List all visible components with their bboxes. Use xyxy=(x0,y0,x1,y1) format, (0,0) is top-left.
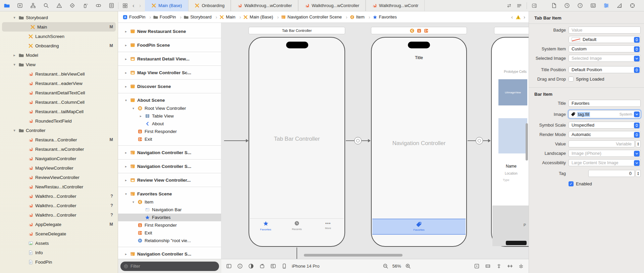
device-name[interactable]: iPhone 14 Pro xyxy=(292,264,319,269)
disclosure-chevron-icon[interactable]: ▾ xyxy=(12,15,17,20)
relationship-segue-badge[interactable] xyxy=(354,137,362,144)
outline-row[interactable]: First Responder xyxy=(118,128,221,135)
warning-icon[interactable] xyxy=(516,14,521,20)
file-row[interactable]: LaunchScreen xyxy=(0,32,118,41)
outline-row[interactable]: ▸ Navigation Controller S... xyxy=(118,249,221,258)
update-frames-icon[interactable] xyxy=(474,263,480,269)
outline-row[interactable]: ▸ FoodPin Scene xyxy=(118,41,221,49)
test-navigator-icon[interactable] xyxy=(69,3,75,8)
file-row[interactable]: AppDelegate M xyxy=(0,220,118,229)
outline-row[interactable]: ▸ Navigation Controller S... xyxy=(118,162,221,171)
outline-row[interactable]: ▾ Root View Controller xyxy=(118,104,221,112)
stepper-control[interactable]: ▲▼ xyxy=(636,140,641,147)
file-row[interactable]: Restaura...Controller M xyxy=(0,135,118,144)
file-row[interactable]: Restaurant...tailMapCell xyxy=(0,107,118,116)
file-row[interactable]: ▾ Controller xyxy=(0,126,118,135)
orientation-icon[interactable] xyxy=(259,263,265,269)
size-inspector-icon[interactable] xyxy=(616,3,622,8)
file-row[interactable]: Info xyxy=(0,248,118,257)
zoom-level[interactable]: 56% xyxy=(392,264,401,269)
disclosure-chevron-icon[interactable]: ▾ xyxy=(131,200,136,204)
tab-bar-controller-scene[interactable]: Tab Bar Controller Favorites Recents •••… xyxy=(249,37,345,247)
file-row[interactable]: Restaurant...wController xyxy=(0,144,118,154)
file-row[interactable]: Restaurant...ColumnCell xyxy=(0,97,118,107)
issue-navigator-icon[interactable] xyxy=(56,3,62,8)
outline-row[interactable]: About xyxy=(118,120,221,128)
enabled-checkbox[interactable]: ✓ xyxy=(569,181,574,186)
code-review-icon[interactable] xyxy=(506,3,512,8)
breadcrumb-item[interactable]: Main xyxy=(219,14,243,20)
outline-row[interactable]: First Responder xyxy=(118,221,221,229)
back-item-icon[interactable] xyxy=(410,28,415,33)
uiimageview-placeholder[interactable]: UIImageView xyxy=(498,79,527,105)
embed-icon[interactable] xyxy=(485,263,491,269)
outline-row[interactable]: ▸ New Restaurant Scene xyxy=(118,27,221,36)
report-navigator-icon[interactable] xyxy=(109,3,114,8)
file-row[interactable]: Walkthro...Controller ? xyxy=(0,191,118,201)
debug-navigator-icon[interactable] xyxy=(83,3,88,8)
disclosure-chevron-icon[interactable]: ▸ xyxy=(124,151,128,154)
editor-tab[interactable]: Main (Base) xyxy=(145,0,188,11)
project-navigator-icon[interactable] xyxy=(4,3,10,8)
outline-row[interactable]: ▸ Review View Controller... xyxy=(118,176,221,184)
image-field[interactable]: tag.fill System xyxy=(569,110,641,118)
outline-row[interactable]: ▾ Item xyxy=(118,198,221,206)
editor-tab[interactable]: Onboarding xyxy=(188,0,231,11)
storyboard-canvas[interactable]: Tab Bar Controller Tab Bar Controller Fa… xyxy=(221,23,529,259)
breadcrumb-item[interactable]: Storyboard xyxy=(184,14,219,20)
file-row[interactable]: ReviewViewController xyxy=(0,173,118,182)
disclosure-chevron-icon[interactable]: ▸ xyxy=(124,85,128,88)
file-row[interactable]: ▾ Storyboard xyxy=(0,13,118,22)
relationship-segue-badge[interactable] xyxy=(476,137,483,144)
file-row[interactable]: ▾ View xyxy=(0,60,118,69)
tab-overview-icon[interactable] xyxy=(122,3,128,8)
disclosure-chevron-icon[interactable]: ▸ xyxy=(124,30,128,33)
editor-tab[interactable]: Walkthroug...wController xyxy=(231,0,298,11)
breadcrumb-item[interactable]: FoodPin xyxy=(153,14,184,20)
file-row[interactable]: RoundedTextField xyxy=(0,116,118,126)
file-row[interactable]: ▸ Model xyxy=(0,50,118,60)
outline-row[interactable]: Exit xyxy=(118,229,221,237)
symbol-scale-popup[interactable]: Unspecified xyxy=(569,122,641,129)
table-view-controller-scene[interactable]: Prototype Cells UIImageView Name Locatio… xyxy=(491,37,529,247)
filter-input[interactable] xyxy=(130,264,216,269)
device-icon[interactable] xyxy=(281,263,287,269)
source-control-navigator-icon[interactable] xyxy=(17,3,23,8)
navigation-controller-scene[interactable]: Title Navigation Controller Favorites xyxy=(371,37,467,247)
editor-tab[interactable]: Walkthroug...wContr xyxy=(366,0,425,11)
scene1-title-bar[interactable]: Tab Bar Controller xyxy=(249,27,345,34)
editor-tab[interactable]: Walkthroug...wController xyxy=(298,0,366,11)
breadcrumb-item[interactable]: Item xyxy=(350,14,373,20)
file-row[interactable]: NavigationController xyxy=(0,154,118,163)
render-mode-popup[interactable]: Automatic xyxy=(569,131,641,138)
zoom-out-icon[interactable] xyxy=(383,263,388,269)
tabbar-item-more[interactable]: ••• More xyxy=(313,221,343,230)
add-editor-icon[interactable] xyxy=(532,3,537,8)
disclosure-chevron-icon[interactable]: ▸ xyxy=(124,43,128,47)
title-position-popup[interactable]: Default Position xyxy=(569,66,641,73)
tabbar-item-favorites[interactable]: Favorites xyxy=(251,221,281,231)
title-field[interactable]: Favorites xyxy=(569,100,641,107)
breadcrumb-item[interactable]: Favorites xyxy=(373,14,397,19)
breakpoint-navigator-icon[interactable] xyxy=(96,3,101,8)
disclosure-chevron-icon[interactable]: ▾ xyxy=(124,192,128,196)
disclosure-chevron-icon[interactable]: ▸ xyxy=(12,53,17,57)
outline-row[interactable]: Favorites xyxy=(118,214,221,221)
appearance-toggle-icon[interactable] xyxy=(248,263,254,269)
add-constraints-icon[interactable] xyxy=(507,263,513,269)
outline-filter-field[interactable] xyxy=(120,262,219,271)
vertical-scrollbar[interactable] xyxy=(526,123,528,161)
outline-row[interactable]: ▸ Discover Scene xyxy=(118,82,221,91)
find-navigator-icon[interactable] xyxy=(43,3,49,8)
outline-row[interactable]: ▸ Map View Controller Sc... xyxy=(118,68,221,77)
outline-row[interactable]: ▸ Navigation Controller S... xyxy=(118,148,221,157)
spring-loaded-checkbox[interactable] xyxy=(569,77,574,82)
scene2-dock[interactable] xyxy=(371,27,467,34)
landscape-field[interactable]: Image (iPhone) xyxy=(569,150,641,157)
split-view-icon[interactable] xyxy=(270,263,276,269)
connections-inspector-icon[interactable] xyxy=(630,3,635,8)
disclosure-chevron-icon[interactable]: ▾ xyxy=(124,98,128,102)
tabbar-item-recents[interactable]: Recents xyxy=(282,221,312,231)
quick-help-inspector-icon[interactable] xyxy=(577,3,583,8)
outline-row[interactable]: Relationship "root vie... xyxy=(118,237,221,244)
